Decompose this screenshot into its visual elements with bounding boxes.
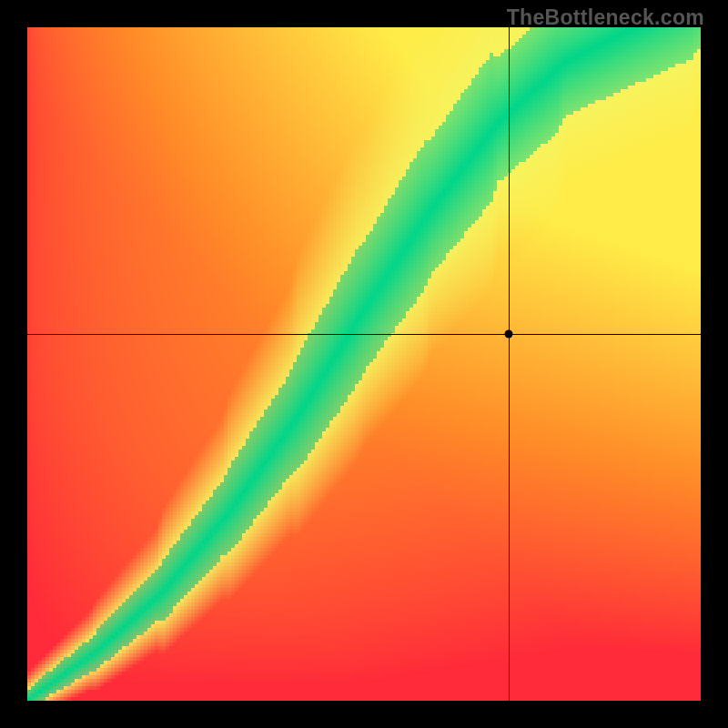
chart-frame: TheBottleneck.com bbox=[0, 0, 728, 728]
bottleneck-heatmap bbox=[27, 27, 701, 701]
crosshair-vertical bbox=[509, 27, 510, 701]
selection-marker bbox=[505, 329, 513, 338]
watermark-text: TheBottleneck.com bbox=[507, 5, 704, 30]
crosshair-horizontal bbox=[27, 334, 701, 335]
